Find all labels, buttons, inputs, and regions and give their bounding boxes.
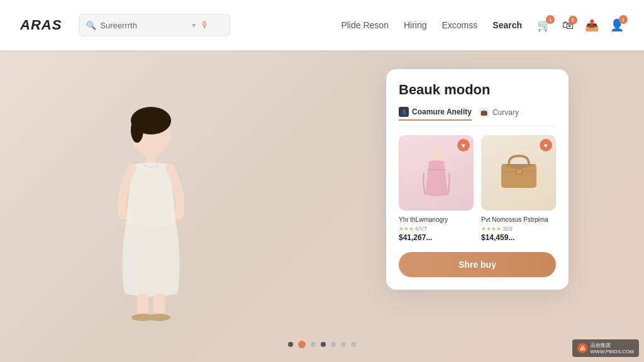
nav-item-excomss[interactable]: Excomss xyxy=(442,20,478,30)
svg-rect-5 xyxy=(153,293,165,316)
nav: Plide Reson Hiring Excomss Search xyxy=(341,20,522,30)
carousel-dots xyxy=(288,341,356,348)
dot-3[interactable] xyxy=(311,342,316,347)
search-input[interactable] xyxy=(100,21,188,30)
currency-tab-icon: 💼 xyxy=(479,107,489,118)
dot-6[interactable] xyxy=(341,342,346,347)
wishlist-button[interactable]: 🛍 2 xyxy=(562,19,574,32)
product-heart-bag[interactable]: ♥ xyxy=(540,139,552,151)
dot-1[interactable] xyxy=(288,342,293,347)
mic-icon[interactable]: 🎙 xyxy=(201,20,209,30)
costume-tab-label: Coamure Anelity xyxy=(412,107,472,116)
cart-badge: 1 xyxy=(546,15,555,24)
dot-4[interactable] xyxy=(321,342,326,347)
hero-section: Beauk modon 👗 Coamure Anelity 💼 Curvary xyxy=(0,50,644,362)
product-thumb-dress[interactable]: ♥ xyxy=(399,135,474,211)
dot-2[interactable] xyxy=(298,341,306,348)
search-bar[interactable]: 🔍 ▼ 🎙 xyxy=(79,14,230,36)
shop-button[interactable]: Shre buy xyxy=(399,252,556,277)
search-icon: 🔍 xyxy=(86,21,96,30)
svg-point-2 xyxy=(131,118,143,143)
card-tabs: 👗 Coamure Anelity 💼 Curvary xyxy=(399,107,556,126)
dot-7[interactable] xyxy=(351,342,356,347)
header: ARAS 🔍 ▼ 🎙 Plide Reson Hiring Excomss Se… xyxy=(0,0,644,50)
dot-5[interactable] xyxy=(331,342,336,347)
currency-tab-label: Curvary xyxy=(492,108,519,117)
child-figure xyxy=(101,99,201,327)
card-title: Beauk modon xyxy=(399,82,556,98)
svg-point-7 xyxy=(148,314,170,321)
nav-item-plide-reson[interactable]: Plide Reson xyxy=(341,20,389,30)
product-name-bag: Pvt Nomossus Pstrpima xyxy=(481,216,556,224)
product-price-dress: $41,267... xyxy=(399,233,474,242)
nav-item-hiring[interactable]: Hiring xyxy=(404,20,427,30)
costume-tab-icon: 👗 xyxy=(399,107,409,117)
header-icons: 🛒 1 🛍 2 📤 👤 1 xyxy=(537,18,624,32)
watermark: 品 品创集团 WWW.PBIDS.COM xyxy=(572,339,639,357)
profile-badge: 1 xyxy=(619,15,628,24)
product-item-bag: ♥ Pvt Nomossus Pstrpima ★★★★ 303 $14,459… xyxy=(481,135,556,242)
product-name-dress: Yhr thLwmanogry xyxy=(399,216,474,224)
product-thumb-bag[interactable]: ♥ xyxy=(481,135,556,211)
watermark-logo: 品 xyxy=(577,343,587,353)
tab-currency[interactable]: 💼 Curvary xyxy=(479,107,519,120)
product-heart-dress[interactable]: ♥ xyxy=(457,139,470,151)
products-row: ♥ Yhr thLwmanogry ★★★ 6/VT $41,267... xyxy=(399,135,556,242)
product-item-dress: ♥ Yhr thLwmanogry ★★★ 6/VT $41,267... xyxy=(399,135,474,242)
svg-rect-4 xyxy=(137,293,148,316)
product-stars-dress: ★★★ 6/VT xyxy=(399,226,474,232)
cart-button[interactable]: 🛒 1 xyxy=(537,18,551,32)
nav-item-search[interactable]: Search xyxy=(492,20,522,30)
search-dropdown-arrow[interactable]: ▼ xyxy=(191,22,197,29)
share-button[interactable]: 📤 xyxy=(585,18,599,32)
logo: ARAS xyxy=(20,17,62,33)
product-price-bag: $14,459... xyxy=(481,233,556,242)
product-stars-bag: ★★★★ 303 xyxy=(481,226,556,232)
profile-button[interactable]: 👤 1 xyxy=(610,18,624,32)
wishlist-badge: 2 xyxy=(569,16,577,25)
product-card: Beauk modon 👗 Coamure Anelity 💼 Curvary xyxy=(386,69,569,290)
watermark-text: 品创集团 WWW.PBIDS.COM xyxy=(591,342,634,354)
tab-costume[interactable]: 👗 Coamure Anelity xyxy=(399,107,472,121)
